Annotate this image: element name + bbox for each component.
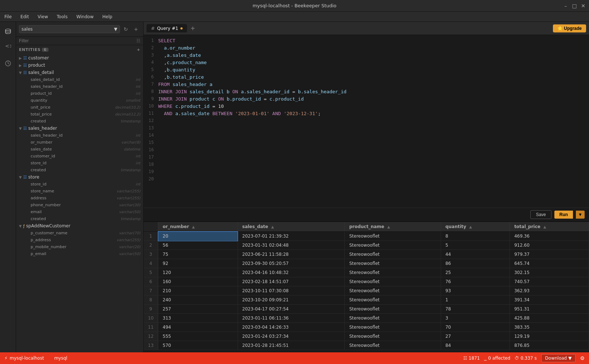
table-cell-sales_date[interactable]: 2023-06-21 11:58:28 [238, 250, 345, 259]
table-cell-product_name[interactable]: Stereowooflet [345, 341, 441, 350]
table-cell-or_number[interactable]: 210 [158, 286, 238, 295]
menu-file[interactable]: File [3, 13, 13, 20]
menu-edit[interactable]: Edit [19, 13, 30, 20]
maximize-button[interactable]: □ [572, 3, 577, 9]
table-cell-product_name[interactable]: Stereowooflet [345, 314, 441, 323]
download-button[interactable]: Download ▼ [541, 354, 576, 362]
table-cell-quantity[interactable]: 3 [441, 314, 510, 323]
table-cell-quantity[interactable]: 70 [441, 323, 510, 332]
table-cell-or_number[interactable]: 570 [158, 341, 238, 350]
table-cell-or_number[interactable]: 20 [158, 232, 238, 241]
sidebar-history-icon[interactable] [1, 57, 15, 70]
table-cell-quantity[interactable]: 93 [441, 286, 510, 295]
table-cell-total_price[interactable]: 129.19 [510, 332, 589, 341]
table-cell-quantity[interactable]: 76 [441, 277, 510, 286]
table-cell-product_name[interactable]: Stereowooflet [345, 286, 441, 295]
table-cell-total_price[interactable]: 979.37 [510, 250, 589, 259]
table-cell-sales_date[interactable]: 2023-01-31 02:04:48 [238, 241, 345, 250]
table-cell-quantity[interactable]: 25 [441, 268, 510, 277]
table-cell-product_name[interactable]: Stereowooflet [345, 232, 441, 241]
table-cell-sales_date[interactable]: 2023-01-24 03:27:34 [238, 332, 345, 341]
table-cell-product_name[interactable]: Stereowooflet [345, 250, 441, 259]
table-row[interactable]: 103132023-01-11 06:11:36Stereowooflet342… [144, 314, 589, 323]
table-row[interactable]: 72102023-10-11 07:30:08Stereowooflet9336… [144, 286, 589, 295]
table-row[interactable]: 135702023-01-28 21:45:51Stereowooflet848… [144, 341, 589, 350]
table-cell-or_number[interactable]: 313 [158, 314, 238, 323]
table-cell-or_number[interactable]: 240 [158, 295, 238, 305]
table-cell-product_name[interactable]: Stereowooflet [345, 305, 441, 314]
table-cell-quantity[interactable]: 78 [441, 305, 510, 314]
table-cell-sales_date[interactable]: 2023-04-16 10:48:32 [238, 268, 345, 277]
settings-icon[interactable]: ⚙ [580, 355, 585, 361]
minimize-button[interactable]: – [563, 3, 569, 9]
table-cell-total_price[interactable]: 876.85 [510, 341, 589, 350]
menu-window[interactable]: Window [75, 13, 95, 20]
db-add-button[interactable]: + [132, 25, 140, 34]
table-cell-total_price[interactable]: 383.35 [510, 323, 589, 332]
run-button[interactable]: Run [554, 211, 573, 219]
table-cell-or_number[interactable]: 75 [158, 250, 238, 259]
col-product-name[interactable]: product_name ▲ [345, 222, 441, 232]
table-cell-sales_date[interactable]: 2023-09-30 05:20:57 [238, 259, 345, 268]
table-cell-product_name[interactable]: Stereowooflet [345, 332, 441, 341]
db-select-box[interactable]: sales ▼ [19, 25, 120, 33]
table-cell-product_name[interactable]: Stereowooflet [345, 323, 441, 332]
tree-item-sales-detail[interactable]: ▼ ☷ sales_detail [16, 69, 143, 76]
close-button[interactable]: ✕ [580, 3, 586, 9]
sql-editor[interactable]: 1 SELECT 2 a.or_number 3 ,a.sales_date 4… [144, 35, 589, 208]
table-cell-quantity[interactable]: 1 [441, 295, 510, 305]
table-cell-quantity[interactable]: 27 [441, 332, 510, 341]
table-cell-quantity[interactable]: 44 [441, 250, 510, 259]
table-cell-total_price[interactable]: 362.93 [510, 286, 589, 295]
table-cell-total_price[interactable]: 425.88 [510, 314, 589, 323]
table-row[interactable]: 61602023-02-18 14:51:07Stereowooflet7674… [144, 277, 589, 286]
table-cell-or_number[interactable]: 92 [158, 259, 238, 268]
table-cell-or_number[interactable]: 257 [158, 305, 238, 314]
table-cell-total_price[interactable]: 912.60 [510, 241, 589, 250]
table-cell-total_price[interactable]: 391.34 [510, 295, 589, 305]
col-total-price[interactable]: total_price ▲ [510, 222, 589, 232]
table-cell-product_name[interactable]: Stereowooflet [345, 241, 441, 250]
table-cell-total_price[interactable]: 951.31 [510, 305, 589, 314]
table-cell-total_price[interactable]: 645.74 [510, 259, 589, 268]
table-cell-sales_date[interactable]: 2023-03-04 14:26:33 [238, 323, 345, 332]
table-cell-or_number[interactable]: 120 [158, 268, 238, 277]
table-cell-or_number[interactable]: 494 [158, 323, 238, 332]
sidebar-db-icon[interactable] [1, 25, 15, 38]
col-quantity[interactable]: quantity ▲ [441, 222, 510, 232]
table-row[interactable]: 125552023-01-24 03:27:34Stereowooflet271… [144, 332, 589, 341]
entity-add-button[interactable]: + [137, 47, 140, 52]
table-row[interactable]: 3752023-06-21 11:58:28Stereowooflet44979… [144, 250, 589, 259]
run-dropdown-button[interactable]: ▼ [576, 211, 585, 219]
table-row[interactable]: 2562023-01-31 02:04:48Stereowooflet5912.… [144, 241, 589, 250]
table-cell-sales_date[interactable]: 2023-04-17 00:27:54 [238, 305, 345, 314]
tab-add-button[interactable]: + [188, 24, 197, 33]
sidebar-nav-left-icon[interactable]: <> [1, 39, 15, 52]
table-row[interactable]: 92572023-04-17 00:27:54Stereowooflet7895… [144, 305, 589, 314]
table-cell-or_number[interactable]: 160 [158, 277, 238, 286]
table-row[interactable]: 4922023-09-30 05:20:57Stereowooflet86645… [144, 259, 589, 268]
table-row[interactable]: 82402023-10-20 09:09:21Stereowooflet1391… [144, 295, 589, 305]
tree-item-store[interactable]: ▼ ☷ store [16, 173, 143, 181]
tree-item-customer[interactable]: ▶ ☷ customer [16, 54, 143, 62]
filter-input[interactable] [19, 38, 136, 43]
table-cell-quantity[interactable]: 84 [441, 341, 510, 350]
save-button[interactable]: Save [530, 210, 551, 219]
upgrade-button[interactable]: ⭐ Upgrade [553, 24, 586, 32]
tree-item-sales-header[interactable]: ▼ ☷ sales_header [16, 125, 143, 132]
db-refresh-button[interactable]: ↻ [121, 25, 130, 34]
table-cell-quantity[interactable]: 5 [441, 241, 510, 250]
table-cell-total_price[interactable]: 469.36 [510, 232, 589, 241]
table-cell-total_price[interactable]: 740.57 [510, 277, 589, 286]
results-table-wrap[interactable]: or_number ▲ sales_date ▲ product_name ▲ … [144, 222, 589, 352]
table-row[interactable]: 114942023-03-04 14:26:33Stereowooflet703… [144, 323, 589, 332]
table-row[interactable]: 51202023-04-16 10:48:32Stereowooflet2530… [144, 268, 589, 277]
table-cell-or_number[interactable]: 56 [158, 241, 238, 250]
col-or-number[interactable]: or_number ▲ [158, 222, 238, 232]
tree-item-sp[interactable]: ▼ ƒ spAddNewCustomer [16, 222, 143, 230]
table-cell-sales_date[interactable]: 2023-10-11 07:30:08 [238, 286, 345, 295]
table-row[interactable]: 1202023-07-01 21:39:32Stereowooflet8469.… [144, 232, 589, 241]
tab-query1[interactable]: # Query #1 [147, 24, 187, 32]
table-cell-product_name[interactable]: Stereowooflet [345, 295, 441, 305]
table-cell-product_name[interactable]: Stereowooflet [345, 277, 441, 286]
